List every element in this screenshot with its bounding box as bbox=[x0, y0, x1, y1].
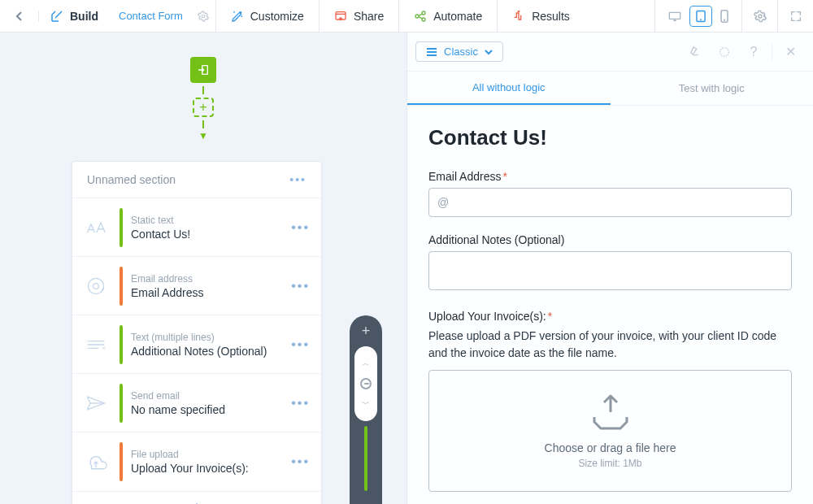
field-row[interactable]: Text (multiple lines)Additional Notes (O… bbox=[72, 315, 321, 374]
results-icon bbox=[512, 10, 525, 23]
upload-label: Upload Your Invoice(s):* bbox=[428, 310, 792, 323]
svg-point-16 bbox=[93, 283, 99, 289]
field-type-icon bbox=[72, 337, 120, 353]
field-type-icon bbox=[72, 393, 120, 413]
add-node-slot[interactable]: + bbox=[193, 98, 214, 117]
tab-all-without-logic[interactable]: All without logic bbox=[407, 72, 611, 105]
view-mode-dropdown[interactable]: Classic bbox=[415, 41, 503, 62]
build-icon bbox=[50, 10, 63, 23]
email-label: Email Address* bbox=[428, 170, 792, 183]
field-menu-button[interactable]: ••• bbox=[291, 396, 321, 411]
help-icon: ? bbox=[750, 45, 758, 59]
build-label: Build bbox=[70, 10, 98, 23]
section-card: Unnamed section ••• Static textContact U… bbox=[72, 161, 322, 504]
svg-point-2 bbox=[233, 11, 234, 12]
chevron-left-icon bbox=[15, 11, 24, 22]
help-button[interactable]: ? bbox=[739, 45, 768, 59]
device-preview-switch bbox=[655, 0, 741, 32]
preview-pane: Classic ? ✕ All without logic Test with … bbox=[406, 33, 813, 504]
view-mode-label: Classic bbox=[444, 46, 478, 58]
tab-share[interactable]: Share bbox=[320, 0, 398, 32]
top-toolbar: Build Contact Form Customize Share Autom… bbox=[0, 0, 813, 33]
automate-label: Automate bbox=[433, 10, 482, 23]
customize-icon bbox=[231, 10, 244, 23]
zoom-knob-icon bbox=[360, 378, 372, 389]
zoom-in-button[interactable]: + bbox=[362, 324, 371, 338]
field-title: Contact Us! bbox=[131, 228, 283, 241]
field-row[interactable]: Send emailNo name specified••• bbox=[72, 374, 321, 432]
chevron-down-icon: ﹀ bbox=[362, 398, 370, 410]
field-menu-button[interactable]: ••• bbox=[291, 220, 321, 235]
device-tablet-icon[interactable] bbox=[689, 6, 712, 27]
field-row[interactable]: Static textContact Us!••• bbox=[72, 198, 321, 257]
tab-results[interactable]: Results bbox=[498, 0, 585, 32]
notes-label: Additional Notes (Optional) bbox=[428, 233, 792, 246]
form-settings-gear-icon[interactable] bbox=[191, 11, 215, 22]
add-field-button[interactable]: + bbox=[72, 491, 321, 504]
svg-point-3 bbox=[241, 15, 242, 16]
svg-rect-8 bbox=[669, 12, 680, 19]
svg-point-0 bbox=[202, 15, 205, 18]
svg-point-13 bbox=[759, 15, 762, 18]
device-mobile-icon[interactable] bbox=[715, 7, 733, 26]
notes-field[interactable] bbox=[428, 251, 792, 290]
fullscreen-button[interactable] bbox=[777, 0, 813, 32]
refresh-button[interactable] bbox=[710, 46, 739, 59]
svg-point-6 bbox=[422, 11, 425, 15]
chevron-up-icon: ︿ bbox=[362, 358, 370, 369]
svg-point-5 bbox=[415, 15, 419, 18]
tab-customize[interactable]: Customize bbox=[216, 0, 319, 32]
refresh-icon bbox=[718, 46, 731, 59]
field-type-label: Send email bbox=[131, 390, 283, 402]
start-node[interactable] bbox=[190, 57, 216, 83]
field-type-label: Static text bbox=[131, 215, 283, 226]
device-desktop-icon[interactable] bbox=[663, 7, 686, 25]
field-row[interactable]: File uploadUpload Your Invoice(s):••• bbox=[72, 432, 321, 491]
tab-automate[interactable]: Automate bbox=[399, 0, 497, 32]
zoom-handle[interactable]: ︿ ﹀ bbox=[354, 346, 377, 421]
field-type-label: Email address bbox=[131, 273, 283, 285]
tab-test-with-logic[interactable]: Test with logic bbox=[611, 72, 814, 105]
field-menu-button[interactable]: ••• bbox=[291, 279, 321, 293]
clear-button[interactable] bbox=[680, 46, 710, 59]
field-title: Email Address bbox=[131, 286, 283, 299]
enter-icon bbox=[197, 63, 210, 76]
form-name[interactable]: Contact Form bbox=[111, 10, 191, 22]
svg-point-17 bbox=[720, 47, 729, 56]
email-field[interactable] bbox=[428, 188, 792, 217]
file-upload-dropzone[interactable]: Choose or drag a file here Size limit: 1… bbox=[428, 370, 792, 492]
svg-point-1 bbox=[240, 11, 241, 12]
upload-sub-text: Size limit: 1Mb bbox=[578, 458, 641, 469]
field-type-icon bbox=[72, 276, 120, 297]
field-title: Upload Your Invoice(s): bbox=[131, 462, 283, 475]
tab-build[interactable]: Build bbox=[39, 10, 110, 23]
field-menu-button[interactable]: ••• bbox=[291, 454, 321, 469]
close-preview-button[interactable]: ✕ bbox=[776, 44, 805, 59]
field-title: No name specified bbox=[131, 403, 283, 416]
form-heading: Contact Us! bbox=[428, 125, 792, 150]
results-label: Results bbox=[532, 10, 570, 23]
svg-point-10 bbox=[701, 20, 702, 20]
zoom-out-button[interactable]: − bbox=[362, 499, 371, 504]
field-row[interactable]: Email addressEmail Address••• bbox=[72, 257, 321, 315]
svg-point-7 bbox=[422, 18, 425, 21]
settings-button[interactable] bbox=[741, 0, 777, 32]
back-button[interactable] bbox=[0, 11, 39, 22]
gear-icon bbox=[754, 10, 767, 23]
field-type-label: Text (multiple lines) bbox=[131, 332, 283, 343]
close-icon: ✕ bbox=[785, 44, 796, 59]
field-menu-button[interactable]: ••• bbox=[291, 337, 321, 352]
customize-label: Customize bbox=[250, 10, 304, 23]
field-title: Additional Notes (Optional) bbox=[131, 345, 283, 358]
eraser-icon bbox=[689, 46, 701, 59]
share-icon bbox=[334, 10, 347, 23]
arrow-down-icon: ▼ bbox=[190, 130, 216, 141]
section-menu-button[interactable]: ••• bbox=[289, 173, 307, 186]
field-type-icon bbox=[72, 219, 120, 236]
list-icon bbox=[426, 47, 437, 57]
section-title: Unnamed section bbox=[87, 173, 176, 186]
chevron-down-icon bbox=[485, 49, 493, 55]
svg-point-12 bbox=[724, 20, 725, 20]
expand-icon bbox=[789, 10, 802, 23]
upload-icon bbox=[586, 393, 635, 433]
